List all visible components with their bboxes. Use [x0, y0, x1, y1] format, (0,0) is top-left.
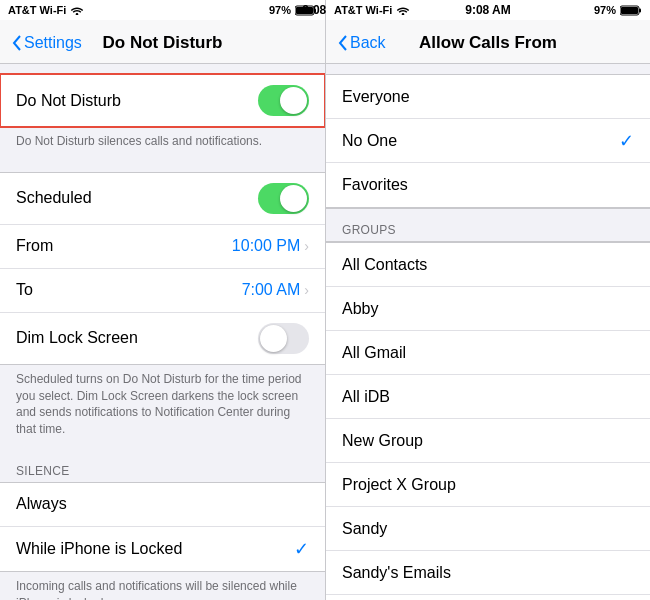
battery-left: 97%	[269, 4, 291, 16]
favorites-row[interactable]: Favorites	[326, 163, 650, 207]
left-panel: AT&T Wi-Fi 9:08 AM 97% Settings Do Not D	[0, 0, 325, 600]
status-bar-left: AT&T Wi-Fi 9:08 AM 97%	[0, 0, 325, 20]
list-item[interactable]: All Gmail	[326, 331, 650, 375]
dnd-toggle-row[interactable]: Do Not Disturb	[0, 75, 325, 126]
group-label: All Gmail	[342, 344, 406, 362]
carrier-right: AT&T Wi-Fi	[334, 4, 392, 16]
from-label: From	[16, 237, 53, 255]
while-locked-label: While iPhone is Locked	[16, 540, 182, 558]
dnd-label: Do Not Disturb	[16, 92, 121, 110]
everyone-row[interactable]: Everyone	[326, 75, 650, 119]
list-item[interactable]: Abby	[326, 287, 650, 331]
list-item[interactable]: Sandy's Emails	[326, 551, 650, 595]
right-panel: AT&T Wi-Fi 9:08 AM 97% Back Allow Calls	[325, 0, 650, 600]
carrier-left: AT&T Wi-Fi	[8, 4, 66, 16]
no-one-check: ✓	[619, 130, 634, 152]
to-row[interactable]: To 7:00 AM ›	[0, 269, 325, 313]
list-item[interactable]: Project X Group	[326, 463, 650, 507]
group-label: Sandy	[342, 520, 387, 538]
wifi-icon-right	[396, 5, 410, 15]
right-scroll: Everyone No One ✓ Favorites GROUPS All C…	[326, 64, 650, 600]
groups-list: All Contacts Abby All Gmail All iDB New …	[326, 242, 650, 600]
list-item[interactable]: untitled group	[326, 595, 650, 600]
svg-point-4	[402, 13, 405, 15]
list-item[interactable]: New Group	[326, 419, 650, 463]
everyone-label: Everyone	[342, 88, 410, 106]
nav-bar-left: Settings Do Not Disturb	[0, 20, 325, 64]
status-bar-right: AT&T Wi-Fi 9:08 AM 97%	[326, 0, 650, 20]
dim-lock-label: Dim Lock Screen	[16, 329, 138, 347]
groups-header: GROUPS	[326, 208, 650, 242]
svg-rect-6	[639, 8, 641, 12]
while-locked-row[interactable]: While iPhone is Locked ✓	[0, 527, 325, 571]
from-row[interactable]: From 10:00 PM ›	[0, 225, 325, 269]
list-item[interactable]: Sandy	[326, 507, 650, 551]
from-chevron: ›	[304, 238, 309, 254]
silence-section: Always While iPhone is Locked ✓	[0, 482, 325, 572]
group-label: Sandy's Emails	[342, 564, 451, 582]
dnd-toggle-section: Do Not Disturb	[0, 74, 325, 127]
left-scroll: Do Not Disturb Do Not Disturb silences c…	[0, 64, 325, 600]
group-label: All Contacts	[342, 256, 427, 274]
nav-bar-right: Back Allow Calls From	[326, 20, 650, 64]
back-button-right[interactable]: Back	[338, 34, 386, 52]
scheduled-row[interactable]: Scheduled	[0, 173, 325, 225]
to-chevron: ›	[304, 282, 309, 298]
time-right: 9:08 AM	[465, 3, 511, 17]
nav-title-right: Allow Calls From	[419, 33, 557, 53]
to-value: 7:00 AM	[242, 281, 301, 299]
from-value: 10:00 PM	[232, 237, 300, 255]
allow-calls-options: Everyone No One ✓ Favorites	[326, 74, 650, 208]
nav-title-left: Do Not Disturb	[103, 33, 223, 53]
back-button-left[interactable]: Settings	[12, 34, 82, 52]
group-label: Abby	[342, 300, 378, 318]
group-label: All iDB	[342, 388, 390, 406]
dim-lock-row[interactable]: Dim Lock Screen	[0, 313, 325, 364]
time-left: 9:08 AM	[302, 3, 325, 17]
battery-icon-right	[620, 5, 642, 16]
while-locked-check: ✓	[294, 538, 309, 560]
no-one-row[interactable]: No One ✓	[326, 119, 650, 163]
favorites-label: Favorites	[342, 176, 408, 194]
group-label: Project X Group	[342, 476, 456, 494]
dnd-footer: Do Not Disturb silences calls and notifi…	[0, 127, 325, 154]
scheduled-footer: Scheduled turns on Do Not Disturb for th…	[0, 365, 325, 442]
list-item[interactable]: All iDB	[326, 375, 650, 419]
always-label: Always	[16, 495, 67, 513]
chevron-left-icon-left	[12, 35, 22, 51]
to-label: To	[16, 281, 33, 299]
scheduled-label: Scheduled	[16, 189, 92, 207]
wifi-icon-left	[70, 5, 84, 15]
scheduled-section: Scheduled From 10:00 PM › To 7:00 AM	[0, 172, 325, 365]
list-item[interactable]: All Contacts	[326, 243, 650, 287]
battery-right: 97%	[594, 4, 616, 16]
dnd-toggle[interactable]	[258, 85, 309, 116]
silence-footer: Incoming calls and notifications will be…	[0, 572, 325, 600]
always-row[interactable]: Always	[0, 483, 325, 527]
silence-header: SILENCE	[0, 460, 325, 482]
chevron-left-icon-right	[338, 35, 348, 51]
svg-point-0	[76, 13, 79, 15]
scheduled-toggle[interactable]	[258, 183, 309, 214]
no-one-label: No One	[342, 132, 397, 150]
svg-rect-7	[621, 7, 638, 14]
dim-lock-toggle[interactable]	[258, 323, 309, 354]
group-label: New Group	[342, 432, 423, 450]
